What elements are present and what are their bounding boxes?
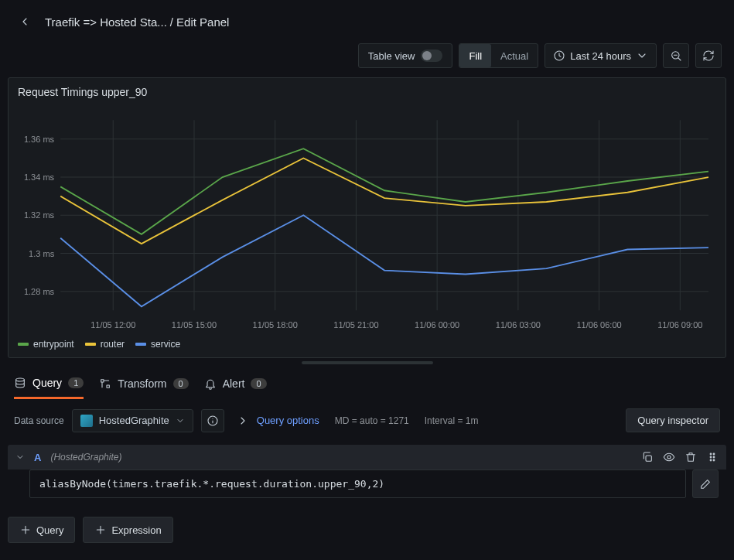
time-range-picker[interactable]: Last 24 hours [545,43,657,68]
legend-item[interactable]: service [135,339,180,350]
tab-transform[interactable]: Transform 0 [99,377,188,398]
legend-item[interactable]: entrypoint [18,339,74,350]
svg-text:11/05 15:00: 11/05 15:00 [172,320,217,330]
svg-point-37 [713,459,715,461]
tab-query-label: Query [32,377,62,389]
legend-swatch [18,343,29,346]
datasource-picker[interactable]: HostedGraphite [72,409,193,432]
query-row: A (HostedGraphite) aliasByNode(timers.tr… [8,445,726,506]
panel-title: Request Timings upper_90 [9,78,725,106]
legend-swatch [135,343,146,346]
tab-transform-count: 0 [173,378,189,389]
svg-text:11/05 18:00: 11/05 18:00 [253,320,298,330]
breadcrumb-dashboard[interactable]: Traefik => Hosted Sta... [45,15,167,29]
table-view-switch[interactable] [421,50,442,62]
svg-text:11/06 00:00: 11/06 00:00 [415,320,459,330]
svg-point-35 [713,456,715,458]
panel-card: Request Timings upper_90 1.36 ms1.34 ms1… [8,77,726,358]
svg-text:11/06 09:00: 11/06 09:00 [657,320,702,330]
svg-point-28 [16,378,25,381]
svg-text:1.36 ms: 1.36 ms [24,135,55,144]
svg-text:11/05 12:00: 11/05 12:00 [90,320,135,330]
add-query-button[interactable]: Query [8,517,75,543]
query-ds-inline: (HostedGraphite) [50,452,121,463]
svg-point-34 [710,456,712,458]
interval-info: Interval = 1m [425,415,479,426]
chevron-down-icon[interactable] [15,452,25,462]
query-inspector-button[interactable]: Query inspector [626,408,720,432]
svg-text:1.28 ms: 1.28 ms [24,287,55,296]
tab-query[interactable]: Query 1 [14,377,84,399]
svg-text:11/05 21:00: 11/05 21:00 [333,320,378,330]
panel-editor-tabs: Query 1 Transform 0 Alert 0 [0,364,734,399]
chevron-down-icon [636,50,648,62]
table-view-label: Table view [368,50,415,62]
bell-icon [204,377,217,390]
zoom-out-button[interactable] [663,43,689,68]
transform-icon [99,377,111,390]
tab-alert-label: Alert [223,377,245,390]
tab-transform-label: Transform [118,377,166,390]
query-expression-input[interactable]: aliasByNode(timers.traefik.*.request.dur… [29,470,686,498]
legend-item[interactable]: router [85,339,125,350]
legend-label: service [151,339,180,350]
datasource-name: HostedGraphite [99,415,169,426]
svg-point-36 [710,459,712,461]
fill-option[interactable]: Fill [459,44,491,67]
tab-alert-count: 0 [251,378,266,389]
add-expression-button[interactable]: Expression [83,517,172,543]
plus-icon [94,524,107,536]
svg-point-32 [710,453,712,455]
query-ref-id[interactable]: A [34,452,41,463]
chevron-down-icon [176,416,185,425]
legend-label: entrypoint [33,339,74,350]
refresh-icon [702,50,715,62]
svg-point-31 [667,456,671,459]
breadcrumb-separator: / [170,15,173,29]
plus-icon [19,524,32,536]
svg-text:1.34 ms: 1.34 ms [24,172,55,182]
datasource-logo-icon [80,415,93,427]
svg-text:1.32 ms: 1.32 ms [24,210,55,220]
back-button[interactable] [12,9,37,34]
drag-handle-icon[interactable] [706,451,719,463]
datasource-help-button[interactable] [201,409,224,432]
clock-icon [553,50,565,62]
legend-swatch [85,343,96,346]
add-query-label: Query [36,524,63,536]
time-range-label: Last 24 hours [570,50,631,62]
copy-icon[interactable] [641,451,654,463]
query-options-link[interactable]: Query options [257,415,319,426]
info-icon [207,415,219,427]
breadcrumb: Traefik => Hosted Sta... / Edit Panel [45,15,229,29]
breadcrumb-page: Edit Panel [176,15,229,29]
fill-actual-segmented: Fill Actual [459,43,538,68]
legend-label: router [101,339,125,350]
eye-icon[interactable] [663,451,675,463]
chart-legend: entrypointrouterservice [9,334,725,357]
trash-icon[interactable] [684,451,697,463]
tab-query-count: 1 [68,377,84,388]
zoom-out-icon [670,50,682,62]
datasource-label: Data source [14,415,64,426]
svg-text:11/06 03:00: 11/06 03:00 [496,320,541,330]
tab-alert[interactable]: Alert 0 [204,377,267,398]
actual-option[interactable]: Actual [491,44,538,67]
edit-query-button[interactable] [692,470,719,498]
svg-text:11/06 06:00: 11/06 06:00 [576,320,621,330]
add-expression-label: Expression [111,524,161,536]
svg-text:1.3 ms: 1.3 ms [29,248,54,258]
line-chart[interactable]: 1.36 ms1.34 ms1.32 ms1.3 ms1.28 ms11/05 … [9,106,725,334]
table-view-toggle[interactable]: Table view [358,43,453,68]
refresh-button[interactable] [695,43,722,68]
database-icon [14,377,26,389]
md-info: MD = auto = 1271 [335,415,409,426]
svg-point-33 [713,453,715,455]
pencil-icon [699,478,712,490]
chevron-right-icon[interactable] [237,415,249,427]
svg-rect-30 [646,456,651,461]
datasource-settings-row: Data source HostedGraphite Query options… [0,399,734,442]
query-row-header: A (HostedGraphite) [8,445,726,470]
